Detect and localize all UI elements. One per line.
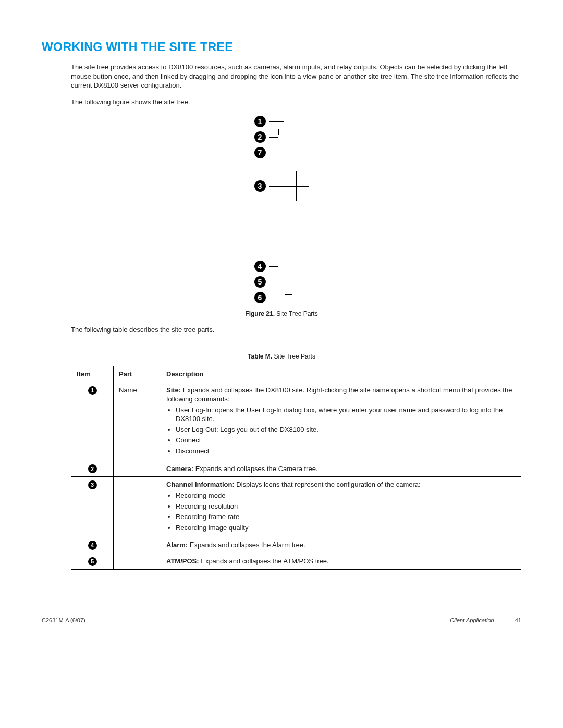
table-label: Table M. xyxy=(248,353,272,360)
intro-paragraph: The site tree provides access to DX8100 … xyxy=(71,63,521,90)
footer-docid: C2631M-A (6/07) xyxy=(42,616,85,624)
section-heading: WORKING WITH THE SITE TREE xyxy=(42,39,521,55)
cell-part xyxy=(114,477,161,537)
item-number-icon: 3 xyxy=(88,480,97,489)
cell-part xyxy=(114,553,161,570)
bullet-item: Recording frame rate xyxy=(176,512,516,522)
table-row: 3Channel information: Displays icons tha… xyxy=(71,477,521,537)
bullet-item: Connect xyxy=(176,436,516,445)
cell-item: 1 xyxy=(71,382,114,461)
table-title: Site Tree Parts xyxy=(274,353,315,360)
th-part: Part xyxy=(114,366,161,382)
table-intro-text: The following table describes the site t… xyxy=(71,325,521,335)
bullet-item: Recording mode xyxy=(176,491,516,500)
table-row: 5ATM/POS: Expands and collapses the ATM/… xyxy=(71,553,521,570)
callout-6-icon: 6 xyxy=(254,292,266,303)
bullet-item: User Log-Out: Logs you out of the DX8100… xyxy=(176,425,516,435)
cell-description: Site: Expands and collapses the DX8100 s… xyxy=(161,382,521,461)
callout-2-icon: 2 xyxy=(254,131,266,143)
callout-5-icon: 5 xyxy=(254,276,266,288)
cell-description: Channel information: Displays icons that… xyxy=(161,477,521,537)
cell-item: 3 xyxy=(71,477,114,537)
cell-part xyxy=(114,461,161,477)
cell-part: Name xyxy=(114,382,161,461)
cell-description: ATM/POS: Expands and collapses the ATM/P… xyxy=(161,553,521,570)
callout-3-icon: 3 xyxy=(254,180,266,192)
cell-item: 4 xyxy=(71,537,114,553)
item-number-icon: 4 xyxy=(88,541,97,550)
footer-page: 41 xyxy=(515,616,521,624)
cell-description: Alarm: Expands and collapses the Alarm t… xyxy=(161,537,521,553)
table-row: 4Alarm: Expands and collapses the Alarm … xyxy=(71,537,521,553)
item-number-icon: 2 xyxy=(88,464,97,473)
figure-site-tree: 1 2 7 3 xyxy=(42,114,521,318)
site-tree-parts-table: Item Part Description 1NameSite: Expands… xyxy=(71,366,521,570)
table-row: 2Camera: Expands and collapses the Camer… xyxy=(71,461,521,477)
item-number-icon: 1 xyxy=(88,386,97,395)
callout-4-icon: 4 xyxy=(254,261,266,272)
table-row: 1NameSite: Expands and collapses the DX8… xyxy=(71,382,521,461)
figure-title: Site Tree Parts xyxy=(276,310,317,317)
intro-line-2: The following figure shows the site tree… xyxy=(71,97,521,107)
bullet-item: Recording image quality xyxy=(176,523,516,533)
cell-description: Camera: Expands and collapses the Camera… xyxy=(161,461,521,477)
callout-1-icon: 1 xyxy=(254,116,266,127)
page-footer: C2631M-A (6/07) Client Application 41 xyxy=(42,616,521,624)
cell-item: 5 xyxy=(71,553,114,570)
item-number-icon: 5 xyxy=(88,557,97,566)
figure-label: Figure 21. xyxy=(245,310,275,317)
bullet-item: Recording resolution xyxy=(176,502,516,511)
callout-7-icon: 7 xyxy=(254,147,266,158)
cell-item: 2 xyxy=(71,461,114,477)
bullet-item: User Log-In: opens the User Log-In dialo… xyxy=(176,405,516,424)
th-description: Description xyxy=(161,366,521,382)
th-item: Item xyxy=(71,366,114,382)
footer-section: Client Application xyxy=(450,616,494,624)
bullet-item: Disconnect xyxy=(176,447,516,456)
cell-part xyxy=(114,537,161,553)
